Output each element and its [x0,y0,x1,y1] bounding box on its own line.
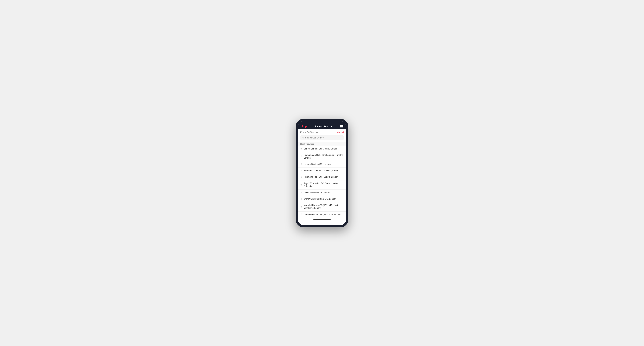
pin-icon [300,198,302,200]
pin-icon [300,163,302,166]
svg-point-4 [301,164,301,164]
phone-screen: clippd Recent Searches Find a Golf Cours… [298,121,346,225]
pin-icon [300,156,302,158]
home-indicator [298,218,346,220]
search-icon [302,137,304,139]
search-input[interactable] [305,137,342,139]
svg-point-8 [301,192,301,192]
svg-point-10 [301,206,301,207]
course-name: Central London Golf Centre, London [304,148,338,150]
list-item[interactable]: London Scottish GC, London [298,161,346,168]
search-input-wrapper [300,135,344,140]
list-item[interactable]: Royal Wimbledon GC, Great London Authori… [298,180,346,189]
svg-point-7 [301,184,301,185]
find-label: Find a Golf Course [300,131,318,134]
pin-icon [300,192,302,194]
svg-point-5 [301,170,301,171]
list-item[interactable]: Coombe Hill GC, Kingston upon Thames [298,211,346,218]
list-item[interactable]: North Middlesex GC (1011942 - North Midd… [298,202,346,211]
course-name: Richmond Park GC - Duke's, London [304,176,338,178]
pin-icon [300,213,302,216]
status-bar [298,121,346,123]
svg-point-9 [301,198,301,199]
course-name: Dukes Meadows GC, London [304,191,331,194]
svg-point-6 [301,176,301,177]
list-item[interactable]: Central London Golf Centre, London [298,146,346,152]
course-list: Central London Golf Centre, London Roeha… [298,146,346,218]
nav-bar: clippd Recent Searches [298,123,346,129]
svg-point-3 [301,156,301,156]
course-name: North Middlesex GC (1011942 - North Midd… [304,204,344,209]
course-name: Royal Wimbledon GC, Great London Authori… [304,182,344,187]
list-item[interactable]: Richmond Park GC - Duke's, London [298,174,346,180]
list-item[interactable]: Dukes Meadows GC, London [298,189,346,196]
nav-title: Recent Searches [315,125,334,128]
list-item[interactable]: Roehampton Club - Roehampton, Greater Lo… [298,152,346,161]
cancel-button[interactable]: Cancel [337,131,344,134]
pin-icon [300,184,302,186]
app-logo: clippd [301,125,308,128]
svg-point-2 [301,148,301,149]
course-name: Coombe Hill GC, Kingston upon Thames [304,213,342,216]
nearby-label: Nearby courses [298,142,346,146]
svg-line-1 [304,138,304,139]
course-name: London Scottish GC, London [304,163,330,166]
pin-icon [300,148,302,150]
pin-icon [300,176,302,178]
course-name: Roehampton Club - Roehampton, Greater Lo… [304,154,344,159]
course-name: Richmond Park GC - Prince's, Surrey [304,170,338,172]
menu-icon[interactable] [340,125,343,128]
search-box [298,135,346,142]
list-item[interactable]: Richmond Park GC - Prince's, Surrey [298,168,346,174]
pin-icon [300,170,302,172]
course-name: Brent Valley Municipal GC, London [304,198,336,200]
phone-frame: clippd Recent Searches Find a Golf Cours… [296,119,348,227]
svg-point-11 [301,214,301,214]
pin-icon [300,206,302,208]
find-header: Find a Golf Course Cancel [298,129,346,135]
list-item[interactable]: Brent Valley Municipal GC, London [298,196,346,202]
home-bar [313,219,331,220]
content-area: Find a Golf Course Cancel Nearby courses… [298,129,346,225]
